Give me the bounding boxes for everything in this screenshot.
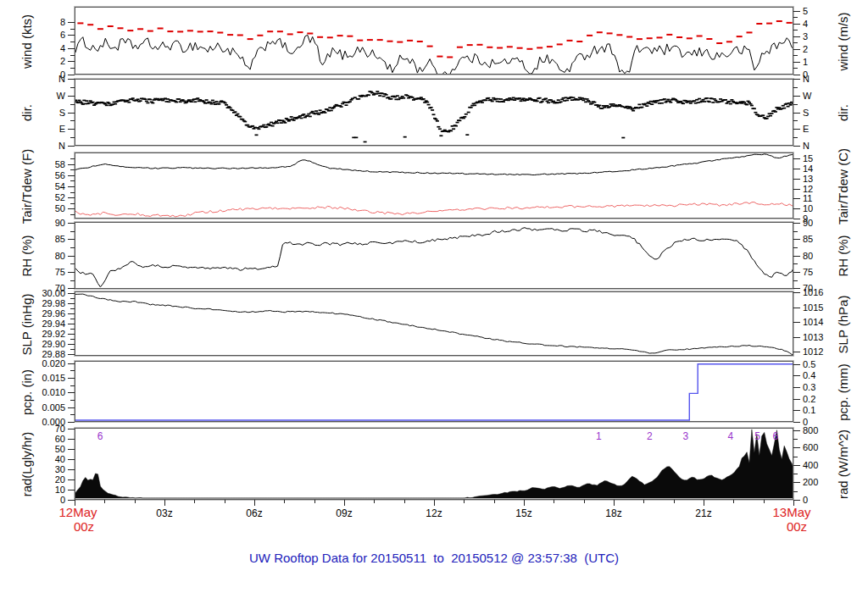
axis-tick bbox=[68, 459, 75, 460]
series-wind-direction-point bbox=[491, 101, 494, 103]
series-wind-direction-point bbox=[257, 128, 260, 130]
series-wind-direction-point bbox=[203, 101, 206, 103]
series-wind-direction-point bbox=[323, 112, 326, 114]
series-wind-peak-10min-dash bbox=[697, 36, 703, 37]
series-wind-direction-point bbox=[597, 106, 600, 108]
ytick-temp-left: 50 bbox=[25, 203, 65, 213]
series-wind-peak-10min-dash bbox=[77, 22, 83, 24]
series-wind-direction-point bbox=[769, 115, 772, 117]
axis-tick bbox=[793, 24, 800, 25]
ytick-slp-left: 29.90 bbox=[25, 339, 65, 349]
series-wind-direction-point bbox=[750, 105, 754, 107]
series-wind-direction-point bbox=[782, 105, 785, 107]
axis-tick bbox=[68, 186, 75, 187]
axis-tick bbox=[70, 137, 75, 138]
series-tdew bbox=[75, 202, 793, 217]
axis-tick bbox=[793, 430, 800, 431]
axis-tick bbox=[68, 22, 75, 23]
ytick-temp-left: 54 bbox=[25, 181, 65, 191]
axis-tick bbox=[793, 30, 798, 30]
axis-tick bbox=[793, 500, 800, 501]
series-wind-direction-point bbox=[640, 107, 643, 108]
series-wind-peak-10min-dash bbox=[158, 28, 164, 30]
series-wind-peak-10min-dash bbox=[417, 41, 423, 42]
axis-tick bbox=[70, 104, 75, 105]
ytick-dir-right: N bbox=[803, 141, 810, 151]
axis-tick bbox=[135, 500, 136, 503]
series-wind-direction-point bbox=[586, 98, 589, 100]
series-wind-direction-point bbox=[348, 101, 352, 103]
axis-tick bbox=[793, 337, 800, 338]
series-wind-peak-10min-dash bbox=[327, 36, 333, 38]
series-wind-peak-10min-dash bbox=[787, 22, 793, 24]
axis-tick bbox=[584, 500, 585, 503]
panel-slp-chart bbox=[75, 292, 793, 355]
series-wind-peak-10min-dash bbox=[576, 41, 582, 42]
axis-tick bbox=[793, 219, 800, 219]
series-wind-direction-point bbox=[538, 97, 542, 99]
series-wind-direction-point bbox=[127, 102, 131, 103]
axis-tick bbox=[68, 61, 75, 62]
series-wind-direction-point bbox=[209, 102, 212, 103]
series-wind-direction-point bbox=[231, 109, 235, 111]
series-wind-peak-10min-dash bbox=[607, 32, 613, 34]
series-wind-direction-point bbox=[267, 124, 270, 125]
series-wind-direction-point bbox=[439, 135, 442, 136]
axis-tick bbox=[68, 439, 75, 440]
series-wind-direction-point bbox=[714, 100, 717, 102]
ytick-pcp-right: 0.1 bbox=[803, 405, 815, 415]
ytick-pcp-left: 0.015 bbox=[25, 373, 65, 383]
axis-tick bbox=[70, 192, 75, 193]
series-wind-peak-10min-dash bbox=[177, 30, 183, 32]
series-wind-direction-point bbox=[437, 126, 440, 128]
series-wind-direction-point bbox=[264, 126, 268, 128]
series-wind-direction-point bbox=[536, 101, 539, 103]
series-wind-direction-point bbox=[761, 114, 765, 116]
axis-tick bbox=[793, 474, 798, 474]
series-wind-direction-point bbox=[309, 116, 312, 118]
ytick-rad-right: 400 bbox=[803, 460, 818, 470]
series-wind-peak-10min-dash bbox=[716, 42, 722, 44]
series-wind-peak-10min-dash bbox=[187, 30, 193, 31]
series-wind-peak-10min-dash bbox=[457, 47, 463, 48]
axis-tick bbox=[68, 48, 75, 49]
ytick-rad-left: 50 bbox=[25, 444, 65, 454]
axis-tick bbox=[70, 385, 75, 386]
axis-tick bbox=[70, 55, 75, 56]
series-wind-peak-10min-dash bbox=[267, 30, 273, 32]
axis-tick bbox=[68, 479, 75, 480]
rad-mj-marker: 4 bbox=[725, 430, 737, 442]
ytick-dir-left: N bbox=[25, 141, 65, 151]
series-wind-direction-point bbox=[747, 101, 750, 103]
series-wind-direction-point bbox=[211, 100, 214, 102]
ytick-temp-left: 52 bbox=[25, 192, 65, 202]
series-wind-direction-point bbox=[463, 116, 466, 118]
ytick-wind-left: 8 bbox=[25, 17, 65, 27]
series-wind-direction-point bbox=[547, 102, 550, 103]
series-wind-direction-point bbox=[745, 104, 748, 106]
ytick-dir-left: S bbox=[25, 108, 65, 118]
x-tick-label: 09z bbox=[330, 507, 359, 519]
series-wind-direction-point bbox=[481, 102, 484, 103]
axis-tick bbox=[793, 11, 800, 12]
series-wind-direction-point bbox=[105, 105, 108, 107]
ytick-pcp-right: 0.2 bbox=[803, 394, 815, 404]
axis-tick bbox=[793, 439, 798, 440]
axis-tick bbox=[70, 68, 75, 69]
axis-tick bbox=[70, 414, 75, 415]
x-end-hour: 00z bbox=[770, 519, 824, 534]
series-wind-direction-point bbox=[669, 102, 672, 103]
series-wind-direction-point bbox=[139, 100, 142, 102]
ytick-temp-right: 13 bbox=[803, 174, 813, 184]
series-wind-direction-point bbox=[598, 105, 601, 107]
x-tick-label: 18z bbox=[599, 507, 628, 519]
series-wind-direction-point bbox=[591, 103, 594, 104]
series-wind-direction-point bbox=[262, 125, 265, 126]
axis-tick bbox=[793, 482, 800, 483]
axis-tick bbox=[793, 447, 800, 448]
series-wind-peak-10min-dash bbox=[127, 30, 133, 31]
axis-tick bbox=[793, 491, 798, 492]
series-wind-direction-point bbox=[465, 114, 468, 115]
series-wind-peak-10min-dash bbox=[517, 47, 523, 49]
axis-tick bbox=[793, 158, 800, 159]
